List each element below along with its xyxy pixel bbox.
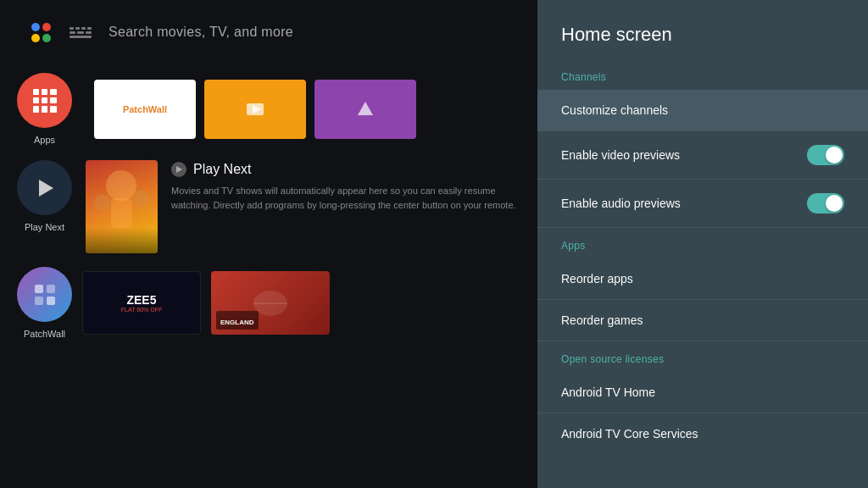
svg-point-5 <box>94 194 111 211</box>
patchwall-item[interactable]: PatchWall <box>17 267 72 339</box>
settings-panel: Home screen Channels Customize channels … <box>537 0 868 488</box>
android-tv-core-label: Android TV Core Services <box>561 427 698 441</box>
customize-channels-label: Customize channels <box>561 103 668 117</box>
patchwall-app-icon <box>17 267 72 322</box>
apps-label: Apps <box>34 135 55 145</box>
panel-header: Home screen <box>537 0 868 59</box>
patchwall-icon-art <box>31 281 58 308</box>
play-next-title-row: Play Next <box>171 162 526 177</box>
reorder-apps-item[interactable]: Reorder apps <box>537 258 868 299</box>
svg-rect-8 <box>47 285 55 293</box>
zee-offer: FLAT 60% OFF <box>121 307 162 313</box>
reorder-games-item[interactable]: Reorder games <box>537 300 868 341</box>
bottom-row: PatchWall ZEE5 FLAT 60% OFF ENGLAND <box>17 267 526 339</box>
channels-section-label: Channels <box>537 59 868 90</box>
google-assistant-icon[interactable] <box>25 17 56 47</box>
android-tv-home-label: Android TV Home <box>561 385 655 399</box>
play-next-icon <box>17 160 72 215</box>
zee-logo: ZEE5 <box>121 293 162 307</box>
svg-rect-9 <box>35 297 43 305</box>
play-next-row: Play Next Play Next <box>17 160 526 253</box>
patchwall-logo: PatchWall <box>123 104 167 114</box>
svg-rect-10 <box>47 297 55 305</box>
movie-thumbnail <box>86 160 158 253</box>
movie-art <box>86 160 158 253</box>
patchwall-app-label: PatchWall <box>24 329 65 339</box>
svg-rect-7 <box>35 285 43 293</box>
sport-label: ENGLAND <box>220 319 254 326</box>
video-previews-toggle[interactable] <box>807 145 844 165</box>
android-tv-home-item[interactable]: Android TV Home <box>537 372 868 413</box>
enable-audio-previews-label: Enable audio previews <box>561 197 681 210</box>
play-next-description: Movies and TV shows will automatically a… <box>171 184 526 212</box>
svg-point-6 <box>132 190 149 207</box>
panel-title: Home screen <box>561 24 844 46</box>
main-content: Apps PatchWall <box>0 64 542 347</box>
zee5-card[interactable]: ZEE5 FLAT 60% OFF <box>82 271 201 335</box>
enable-video-previews-label: Enable video previews <box>561 148 680 162</box>
svg-point-3 <box>106 170 136 201</box>
android-tv-core-item[interactable]: Android TV Core Services <box>537 413 868 454</box>
video-previews-knob <box>826 147 843 164</box>
audio-previews-toggle[interactable] <box>807 193 844 214</box>
reorder-apps-label: Reorder apps <box>561 272 633 286</box>
play-next-title: Play Next <box>193 162 251 177</box>
play-next-label: Play Next <box>25 222 64 232</box>
reorder-games-label: Reorder games <box>561 313 643 327</box>
background-layer: Search movies, TV, and more <box>0 0 542 488</box>
svg-rect-4 <box>111 198 132 228</box>
play-icon-small <box>171 162 186 177</box>
play-next-item[interactable]: Play Next <box>17 160 72 232</box>
apps-section-label: Apps <box>537 228 868 258</box>
orange-channel-card[interactable] <box>204 80 306 139</box>
search-bar[interactable]: Search movies, TV, and more <box>108 25 293 40</box>
channel-icon <box>242 97 268 122</box>
audio-previews-knob <box>826 195 843 212</box>
open-source-section-label: Open source licenses <box>537 341 868 372</box>
customize-channels-item[interactable]: Customize channels <box>537 90 868 130</box>
play-next-info: Play Next Movies and TV shows will autom… <box>171 160 526 212</box>
apps-item[interactable]: Apps <box>17 73 72 145</box>
top-bar: Search movies, TV, and more <box>0 0 542 64</box>
keyboard-icon[interactable] <box>70 23 95 42</box>
channel-icon-2 <box>353 97 378 122</box>
enable-audio-previews-item[interactable]: Enable audio previews <box>537 180 868 227</box>
channel-cards: PatchWall <box>94 80 416 139</box>
svg-marker-2 <box>358 102 373 115</box>
purple-channel-card[interactable] <box>314 80 416 139</box>
sport-card[interactable]: ENGLAND <box>211 271 330 335</box>
patchwall-channel-card[interactable]: PatchWall <box>94 80 196 139</box>
zee-content: ZEE5 FLAT 60% OFF <box>121 293 162 313</box>
enable-video-previews-item[interactable]: Enable video previews <box>537 131 868 179</box>
